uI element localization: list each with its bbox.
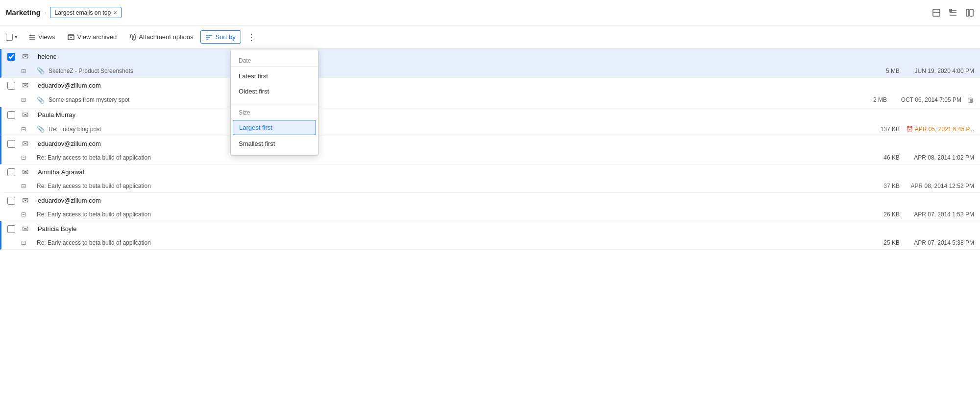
archive-icon bbox=[68, 34, 74, 41]
email-checkbox[interactable] bbox=[7, 111, 15, 119]
date-section-label: Date bbox=[231, 53, 318, 67]
list-view-icon[interactable] bbox=[949, 8, 957, 17]
subject-right-meta: 5 MBJUN 19, 2020 4:00 PM bbox=[875, 68, 974, 74]
email-icon: ✉ bbox=[22, 139, 32, 148]
columns-icon[interactable] bbox=[965, 8, 974, 17]
email-group[interactable]: ✉eduardov@zillum.com⊟Re: Early access to… bbox=[0, 193, 980, 221]
email-group[interactable]: ✉eduardov@zillum.com⊟📎Some snaps from my… bbox=[0, 78, 980, 107]
views-icon bbox=[29, 34, 36, 41]
views-label: Views bbox=[38, 33, 55, 41]
email-group[interactable]: ✉Patricia Boyle⊟Re: Early access to beta… bbox=[0, 221, 980, 250]
view-archived-label: View archived bbox=[77, 33, 117, 41]
size-section-label: Size bbox=[231, 105, 318, 118]
smallest-first-option[interactable]: Smallest first bbox=[231, 136, 318, 151]
email-icon: ✉ bbox=[22, 81, 32, 90]
largest-first-option[interactable]: Largest first bbox=[233, 120, 316, 135]
email-checkbox[interactable] bbox=[7, 168, 15, 176]
sender-row[interactable]: ✉Paula Murray bbox=[1, 107, 980, 122]
size-label: 137 KB bbox=[875, 126, 900, 133]
sender-name: eduardov@zillum.com bbox=[38, 82, 101, 89]
attachment-options-button[interactable]: Attachment options bbox=[124, 30, 198, 44]
select-all-area[interactable]: ▾ bbox=[6, 33, 19, 41]
thread-icon: ⊟ bbox=[21, 96, 31, 103]
email-list: ✉helenc⊟📎SketcheZ - Product Screenshots5… bbox=[0, 49, 980, 250]
thread-icon: ⊟ bbox=[21, 183, 31, 189]
thread-icon: ⊟ bbox=[21, 126, 31, 133]
views-button[interactable]: Views bbox=[24, 30, 60, 44]
email-icon: ✉ bbox=[22, 196, 32, 205]
sender-name: Paula Murray bbox=[38, 111, 75, 118]
subject-right-meta: 46 KBAPR 08, 2014 1:02 PM bbox=[875, 154, 974, 161]
subject-row[interactable]: ⊟Re: Early access to beta build of appli… bbox=[1, 180, 980, 192]
subject-row[interactable]: ⊟Re: Early access to beta build of appli… bbox=[1, 151, 980, 164]
email-checkbox[interactable] bbox=[7, 225, 15, 233]
subject-row[interactable]: ⊟Re: Early access to beta build of appli… bbox=[1, 208, 980, 221]
toolbar: ▾ Views View archived Attachment options… bbox=[0, 25, 980, 49]
subject-text: SketcheZ - Product Screenshots bbox=[49, 68, 133, 74]
sender-row[interactable]: ✉helenc bbox=[1, 49, 980, 64]
delete-icon[interactable]: 🗑 bbox=[967, 96, 974, 104]
sender-row[interactable]: ✉eduardov@zillum.com bbox=[1, 193, 980, 208]
select-dropdown-chevron[interactable]: ▾ bbox=[14, 33, 19, 41]
attachment-indicator-icon: 📎 bbox=[37, 125, 45, 133]
sender-name: Amritha Agrawal bbox=[38, 168, 84, 176]
sort-by-button[interactable]: Sort by bbox=[200, 30, 241, 44]
folder-title: Marketing bbox=[6, 8, 41, 17]
top-bar: Marketing · Largest emails on top × bbox=[0, 0, 980, 25]
separator: · bbox=[45, 9, 47, 16]
subject-right-meta: 25 KBAPR 07, 2014 5:38 PM bbox=[875, 239, 974, 246]
close-filter-icon[interactable]: × bbox=[113, 9, 117, 16]
subject-right-meta: 2 MBOCT 06, 2014 7:05 PM🗑 bbox=[862, 96, 974, 104]
subject-text: Some snaps from mystery spot bbox=[49, 96, 129, 103]
subject-row[interactable]: ⊟📎Re: Friday blog post137 KB⏰ APR 05, 20… bbox=[1, 122, 980, 136]
email-checkbox[interactable] bbox=[7, 140, 15, 148]
subject-row[interactable]: ⊟📎SketcheZ - Product Screenshots5 MBJUN … bbox=[1, 64, 980, 77]
sort-icon bbox=[206, 34, 213, 41]
attachment-options-label: Attachment options bbox=[139, 33, 193, 41]
sender-row[interactable]: ✉Amritha Agrawal bbox=[1, 164, 980, 180]
date-label: APR 08, 2014 12:52 PM bbox=[906, 183, 974, 189]
more-options-button[interactable]: ⋮ bbox=[243, 30, 260, 45]
sender-row[interactable]: ✉Patricia Boyle bbox=[1, 221, 980, 236]
email-icon: ✉ bbox=[22, 167, 32, 177]
svg-rect-9 bbox=[68, 36, 74, 40]
email-group[interactable]: ✉Amritha Agrawal⊟Re: Early access to bet… bbox=[0, 164, 980, 193]
date-label: ⏰ APR 05, 2021 6:45 P... bbox=[906, 126, 974, 133]
date-label: OCT 06, 2014 7:05 PM bbox=[893, 96, 961, 103]
size-section: Size Largest first Smallest first bbox=[231, 103, 318, 151]
select-all-checkbox[interactable] bbox=[6, 34, 13, 41]
reading-pane-off-icon[interactable] bbox=[932, 8, 941, 17]
email-checkbox[interactable] bbox=[7, 197, 15, 205]
svg-rect-6 bbox=[966, 9, 969, 16]
sender-row[interactable]: ✉eduardov@zillum.com bbox=[1, 78, 980, 93]
subject-right-meta: 26 KBAPR 07, 2014 1:53 PM bbox=[875, 211, 974, 218]
clock-icon: ⏰ bbox=[906, 126, 915, 133]
email-icon: ✉ bbox=[22, 224, 32, 234]
attachment-icon bbox=[129, 34, 136, 41]
oldest-first-option[interactable]: Oldest first bbox=[231, 84, 318, 99]
subject-text: Re: Early access to beta build of applic… bbox=[37, 239, 151, 246]
email-checkbox[interactable] bbox=[7, 53, 15, 61]
subject-row[interactable]: ⊟📎Some snaps from mystery spot2 MBOCT 06… bbox=[1, 93, 980, 107]
subject-row[interactable]: ⊟Re: Early access to beta build of appli… bbox=[1, 236, 980, 249]
subject-right-meta: 137 KB⏰ APR 05, 2021 6:45 P... bbox=[875, 126, 974, 133]
active-filter-tag[interactable]: Largest emails on top × bbox=[50, 7, 121, 18]
sender-row[interactable]: ✉eduardov@zillum.com bbox=[1, 136, 980, 151]
thread-icon: ⊟ bbox=[21, 239, 31, 246]
sender-name: eduardov@zillum.com bbox=[38, 197, 101, 204]
date-label: JUN 19, 2020 4:00 PM bbox=[906, 68, 974, 74]
email-group[interactable]: ✉eduardov@zillum.com⊟Re: Early access to… bbox=[0, 136, 980, 164]
email-checkbox[interactable] bbox=[7, 82, 15, 90]
size-label: 5 MB bbox=[875, 68, 900, 74]
thread-icon: ⊟ bbox=[21, 211, 31, 218]
email-group[interactable]: ✉helenc⊟📎SketcheZ - Product Screenshots5… bbox=[0, 49, 980, 78]
sender-name: eduardov@zillum.com bbox=[38, 140, 101, 147]
latest-first-option[interactable]: Latest first bbox=[231, 69, 318, 84]
top-bar-left: Marketing · Largest emails on top × bbox=[6, 7, 932, 18]
view-archived-button[interactable]: View archived bbox=[62, 30, 122, 44]
email-group[interactable]: ✉Paula Murray⊟📎Re: Friday blog post137 K… bbox=[0, 107, 980, 136]
email-icon: ✉ bbox=[22, 52, 32, 61]
top-right-icons bbox=[932, 8, 974, 17]
attachment-indicator-icon: 📎 bbox=[37, 67, 45, 74]
subject-text: Re: Early access to beta build of applic… bbox=[37, 211, 151, 218]
